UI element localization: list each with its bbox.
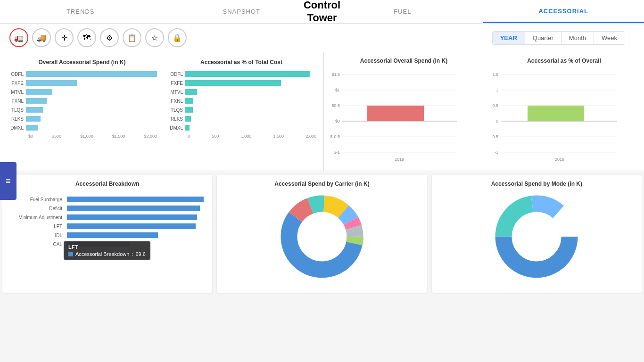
pct-label-fxnl: FXNL (166, 99, 185, 104)
bar-label-fxfe: FXFE (7, 81, 26, 86)
spend-svg: $1.5 $1 $0.5 $0 $-0.5 $-1 (330, 69, 462, 163)
settings-icon-btn[interactable]: ⚙ (100, 28, 119, 47)
bar-label-odfl: ODFL (7, 72, 26, 77)
overall-spend-chart: Overall Accessorial Spend (in K) ODFL FX… (5, 57, 159, 141)
svg-text:0: 0 (496, 119, 498, 123)
mode-donut (438, 192, 636, 281)
svg-text:$1.5: $1.5 (331, 72, 340, 77)
pct-bar-row-mtvl: MTVL (166, 88, 316, 96)
breakdown-label-fuel: Fuel Surcharge (8, 197, 65, 202)
bar-track-dmxl (26, 125, 157, 131)
pct-label-tlqs: TLQS (166, 107, 185, 113)
bar-track-fxfe (26, 80, 157, 86)
svg-point-42 (514, 214, 559, 259)
list-icon-btn[interactable]: 📋 (123, 28, 141, 47)
star-icon-btn[interactable]: ☆ (145, 28, 164, 47)
bar-row-dmxl: DMXL (7, 124, 157, 132)
right-charts-row: Accessorial Overall Spend (in K) $1.5 $1… (324, 52, 644, 171)
period-year[interactable]: YEAR (493, 32, 525, 44)
svg-point-38 (299, 214, 345, 259)
pct-overall-title: Accessorial as % of Overall (490, 58, 638, 64)
tooltip-swatch (68, 252, 73, 256)
spend-over-time-chart: Accessorial Overall Spend (in K) $1.5 $1… (324, 52, 484, 171)
svg-text:-1: -1 (495, 150, 498, 155)
truck-icon-btn[interactable]: 🚛 (9, 28, 28, 47)
bar-track-rlks (26, 116, 157, 122)
breakdown-track-cal (67, 241, 206, 247)
pct-bar-row-tlqs: TLQS (166, 106, 316, 114)
bar-row-odfl: ODFL (7, 70, 157, 78)
bar-row-tlqs: TLQS (7, 106, 157, 114)
bar-label-rlks: RLKS (7, 116, 26, 122)
pct-label-mtvl: MTVL (166, 90, 185, 95)
pct-axis: 0 500 1,000 1,500 2,000 (166, 134, 316, 139)
breakdown-fuel: Fuel Surcharge (8, 196, 206, 203)
by-carrier-title: Accessorial Spend by Carrier (in K) (223, 181, 421, 187)
pct-track-rlks (185, 116, 316, 122)
svg-text:$0: $0 (335, 119, 340, 123)
breakdown-track-deficit (67, 206, 206, 211)
pct-axis-500: 500 (212, 134, 219, 139)
pct-axis-1500: 1,500 (273, 134, 284, 139)
pct-track-mtvl (185, 89, 316, 95)
delivery-icon-btn[interactable]: 🚚 (32, 28, 51, 47)
breakdown-cal: CAL (8, 240, 206, 248)
breakdown-label-lft: LFT (8, 224, 65, 229)
period-month[interactable]: Month (561, 32, 594, 44)
tooltip-row: Accessorial Breakdown : 69.6 (68, 251, 146, 257)
tooltip-value: 69.6 (135, 251, 145, 257)
svg-text:0.5: 0.5 (492, 103, 498, 108)
breakdown-idl: IDL (8, 231, 206, 239)
move-icon-btn[interactable]: ✛ (55, 28, 74, 47)
mode-donut-svg (489, 189, 584, 284)
svg-rect-13 (367, 106, 424, 121)
bar-row-fxfe: FXFE (7, 79, 157, 87)
breakdown-card: Accessorial Breakdown Fuel Surcharge Def… (2, 175, 212, 293)
lock-icon-btn[interactable]: 🔒 (168, 28, 187, 47)
breakdown-title: Accessorial Breakdown (8, 181, 206, 187)
breakdown-track-minadj (67, 214, 206, 220)
bottom-row: Accessorial Breakdown Fuel Surcharge Def… (0, 175, 644, 293)
pct-track-fxnl (185, 98, 316, 104)
nav-fuel[interactable]: FUEL (322, 0, 483, 23)
period-week[interactable]: Week (594, 32, 625, 44)
period-quarter[interactable]: Quarter (525, 32, 561, 44)
nav-accessorial[interactable]: ACCESSORIAL (483, 0, 644, 23)
bar-row-fxnl: FXNL (7, 97, 157, 105)
pct-bar-row-dmxl: DMXL (166, 124, 316, 132)
sidebar-filter-button[interactable]: ≡ (0, 162, 17, 200)
tooltip-metric: Accessorial Breakdown (75, 251, 129, 257)
pct-bar-row-odfl: ODFL (166, 70, 316, 78)
bar-track-fxnl (26, 98, 157, 104)
bar-label-mtvl: MTVL (7, 90, 26, 95)
pct-track-dmxl (185, 125, 316, 131)
bar-row-mtvl: MTVL (7, 88, 157, 96)
svg-text:$-1: $-1 (334, 150, 340, 155)
bar-track-mtvl (26, 89, 157, 95)
pct-total-cost-chart: Accessorial as % of Total Cost ODFL FXFE (164, 57, 319, 141)
breakdown-minadj: Minimum Adjustment (8, 214, 206, 221)
bar-label-fxnl: FXNL (7, 99, 26, 104)
axis-1000: $1,000 (80, 134, 93, 139)
svg-text:$0.5: $0.5 (331, 103, 340, 108)
nav-snapshot[interactable]: SNAPSHOT (161, 0, 322, 23)
main-content: Overall Accessorial Spend (in K) ODFL FX… (0, 52, 644, 362)
svg-text:$1: $1 (335, 88, 340, 92)
map-icon-btn[interactable]: 🗺 (77, 28, 96, 47)
axis-2000: $2,000 (144, 134, 157, 139)
pct-bar-row-fxnl: FXNL (166, 97, 316, 105)
top-section: Overall Accessorial Spend (in K) ODFL FX… (0, 52, 644, 171)
axis-0: $0 (28, 134, 33, 139)
by-mode-title: Accessorial Spend by Mode (in K) (438, 181, 636, 187)
overall-spend-title: Overall Accessorial Spend (in K) (7, 59, 157, 66)
svg-text:2019: 2019 (555, 157, 564, 162)
breakdown-deficit: Deficit (8, 205, 206, 212)
pct-label-rlks: RLKS (166, 116, 185, 122)
pct-track-tlqs (185, 107, 316, 113)
pct-bar-row-rlks: RLKS (166, 115, 316, 123)
breakdown-label-deficit: Deficit (8, 206, 65, 211)
pct-label-fxfe: FXFE (166, 81, 185, 86)
period-selector: YEAR Quarter Month Week (492, 31, 625, 45)
nav-trends[interactable]: TRENDS (0, 0, 161, 23)
filter-icon: ≡ (6, 176, 11, 186)
